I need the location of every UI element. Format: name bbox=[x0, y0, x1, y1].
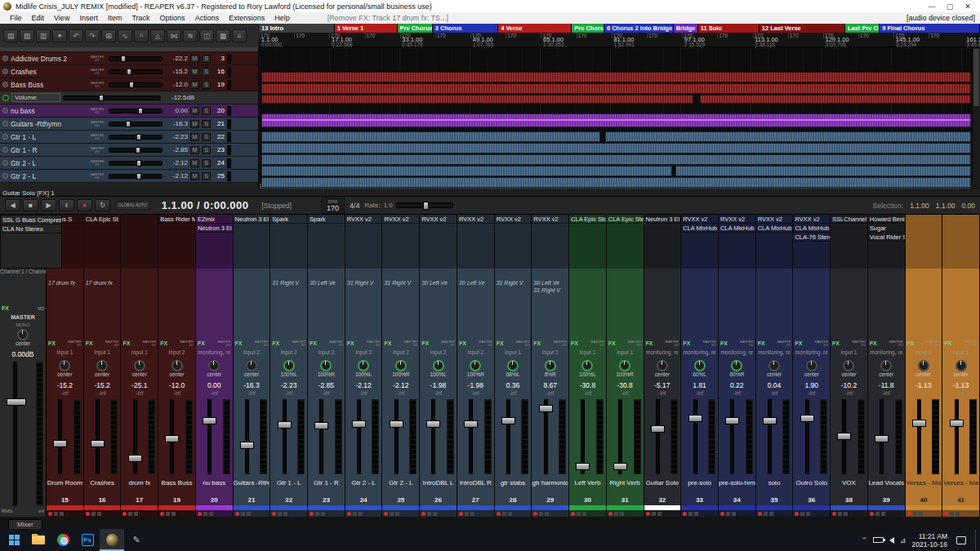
fader-cap[interactable] bbox=[390, 420, 403, 428]
strip-input-routing[interactable]: Input 2 bbox=[270, 349, 307, 360]
pan-knob[interactable] bbox=[59, 360, 70, 371]
fx-slot[interactable]: CLA-76 Stere bbox=[793, 233, 830, 242]
master-strip[interactable]: SSL G Buss Compress CLA Nx Stereo Channe… bbox=[0, 215, 47, 517]
send-slot[interactable]: 17 drum fx bbox=[84, 280, 121, 287]
record-arm-button[interactable] bbox=[683, 512, 687, 516]
fx-slot[interactable]: CLA Epic Ste bbox=[607, 215, 644, 224]
strip-io-button[interactable]: MASTERI/O bbox=[441, 340, 455, 347]
speaker-icon[interactable] bbox=[889, 537, 894, 544]
fader-cap[interactable] bbox=[138, 108, 143, 114]
fader-cap[interactable] bbox=[800, 415, 814, 422]
strip-fx-list[interactable]: RVXX v2CLA MixHub bbox=[719, 215, 755, 269]
track-row[interactable]: Bass BussMASTERI/O-12.0MS19 bbox=[0, 78, 258, 91]
start-button[interactable] bbox=[2, 529, 26, 551]
fx-slot[interactable]: Howard Beni bbox=[868, 215, 905, 224]
strip-pan[interactable]: center bbox=[942, 360, 979, 381]
strip-fx-list[interactable]: RVXX v2 bbox=[420, 215, 457, 269]
strip-input-routing[interactable]: Input 2 bbox=[345, 349, 382, 360]
strip-input-routing[interactable]: Input 1 bbox=[121, 349, 158, 360]
strip-fader[interactable] bbox=[158, 397, 195, 477]
phase-button[interactable] bbox=[545, 512, 549, 516]
fx-slot[interactable]: RVXX v2 bbox=[532, 215, 568, 224]
strip-pan[interactable]: 100%R bbox=[308, 360, 345, 381]
pan-knob[interactable] bbox=[581, 360, 593, 371]
strip-fader[interactable] bbox=[47, 397, 83, 477]
stop-button[interactable]: ■ bbox=[23, 199, 38, 211]
strip-io-button[interactable]: MASTERI/O bbox=[516, 340, 530, 347]
fader-cap[interactable] bbox=[576, 463, 590, 470]
route-badge[interactable]: MASTERI/O bbox=[88, 108, 106, 114]
strip-fx-button[interactable]: FX bbox=[533, 340, 541, 346]
fx-slot[interactable]: RVXX v2 bbox=[382, 215, 419, 224]
strip-input-routing[interactable]: monitoring, re bbox=[196, 349, 233, 360]
strip-track-name[interactable]: Gtr 2 - L bbox=[345, 477, 382, 496]
strip-fx-list[interactable]: Spark bbox=[308, 215, 345, 269]
envelope-name-button[interactable]: Volume bbox=[11, 93, 60, 102]
region-marker[interactable]: Pre Chorus bbox=[572, 24, 604, 33]
strip-pan[interactable]: center bbox=[234, 360, 270, 381]
fx-slot[interactable]: Neutron 3 El bbox=[644, 215, 681, 224]
phase-button[interactable] bbox=[97, 512, 101, 516]
monitor-button[interactable] bbox=[390, 512, 394, 516]
mute-button[interactable]: M bbox=[190, 55, 199, 63]
strip-track-name[interactable]: Gtr 1 - R bbox=[308, 477, 345, 496]
fx-slot[interactable]: CLA Epic Sto bbox=[569, 215, 606, 224]
region-marker[interactable]: 11 Solo bbox=[698, 24, 760, 33]
mixer-strip[interactable]: FXMASTERI/OInput 1center-1.13-infVerses … bbox=[942, 215, 980, 517]
monitor-button[interactable] bbox=[838, 512, 842, 516]
volume-value[interactable]: -30.8 bbox=[569, 381, 606, 390]
strip-send-list[interactable] bbox=[158, 269, 195, 337]
record-arm-button[interactable] bbox=[235, 512, 239, 516]
pan-knob[interactable] bbox=[768, 360, 780, 371]
strip-io-button[interactable]: MASTERI/O bbox=[180, 340, 194, 347]
strip-pan[interactable]: 100%R bbox=[382, 360, 419, 381]
track-name[interactable]: Crashes bbox=[11, 68, 86, 76]
track-volume-fader[interactable] bbox=[109, 135, 163, 140]
strip-track-name[interactable]: Lead Vocals bbox=[868, 477, 905, 496]
phase-button[interactable] bbox=[919, 512, 923, 516]
record-arm-button[interactable] bbox=[795, 512, 799, 516]
strip-fader[interactable] bbox=[382, 397, 419, 477]
route-badge[interactable]: MASTERI/O bbox=[88, 147, 106, 153]
fader-cap[interactable] bbox=[127, 69, 131, 75]
menu-item[interactable]: Item bbox=[103, 14, 127, 22]
send-slot[interactable]: 31 Right V bbox=[495, 280, 532, 287]
strip-fx-button[interactable]: FX bbox=[497, 340, 504, 346]
strip-fx-button[interactable]: FX bbox=[720, 340, 728, 346]
track-volume-fader[interactable] bbox=[109, 148, 163, 153]
send-slot[interactable]: 31 Right V bbox=[345, 280, 382, 287]
mixer-strip[interactable]: SSLChannelFXMASTERI/OInput 1center-10.2-… bbox=[831, 215, 868, 517]
track-row[interactable]: Volume-12.5dB bbox=[0, 91, 258, 104]
strip-send-list[interactable]: 17 drum fx bbox=[84, 269, 121, 337]
track-row[interactable]: Gtr 1 - LMASTERI/O-2.23MS22 bbox=[0, 131, 258, 144]
save-project-button[interactable]: ▥ bbox=[36, 29, 51, 42]
master-fx-list[interactable]: SSL G Buss Compress CLA Nx Stereo bbox=[0, 215, 62, 269]
strip-send-list[interactable]: 31 Right V bbox=[270, 269, 307, 337]
strip-input-routing[interactable]: Input 2 bbox=[457, 349, 494, 360]
strip-fx-button[interactable]: FX bbox=[683, 340, 690, 346]
fx-slot[interactable]: Sugar bbox=[868, 224, 905, 233]
fader-cap[interactable] bbox=[912, 420, 926, 427]
solo-button[interactable]: S bbox=[202, 81, 211, 89]
strip-input-routing[interactable]: monitoring, re bbox=[868, 349, 905, 360]
media-item[interactable] bbox=[261, 72, 972, 82]
fx-slot[interactable]: RVXX v2 bbox=[681, 215, 718, 224]
strip-io-button[interactable]: MASTERI/O bbox=[740, 340, 754, 347]
strip-fader[interactable] bbox=[719, 397, 755, 477]
strip-fx-list[interactable]: CLA Epic Sto bbox=[569, 215, 606, 269]
strip-fx-button[interactable]: FX bbox=[870, 340, 877, 346]
strip-track-name[interactable]: Drum Room bbox=[47, 477, 83, 496]
fx-slot[interactable]: Bass Rider M bbox=[158, 215, 195, 224]
phase-button[interactable] bbox=[470, 512, 474, 516]
pan-knob[interactable] bbox=[545, 360, 556, 371]
strip-fx-button[interactable]: FX bbox=[907, 340, 915, 346]
strip-send-list[interactable] bbox=[719, 269, 755, 337]
strip-send-list[interactable]: 31 Right V bbox=[382, 269, 419, 337]
record-button[interactable]: ● bbox=[77, 199, 92, 211]
volume-value[interactable]: -2.23 bbox=[270, 381, 307, 390]
strip-fx-list[interactable]: Neutron 3 El bbox=[234, 215, 270, 269]
monitor-button[interactable] bbox=[166, 512, 170, 516]
strip-fader[interactable] bbox=[308, 397, 345, 477]
strip-io-button[interactable]: MASTERI/O bbox=[702, 340, 716, 347]
strip-fx-list[interactable]: RVXX v2CLA MixHubCLA-76 Stere bbox=[793, 215, 830, 269]
